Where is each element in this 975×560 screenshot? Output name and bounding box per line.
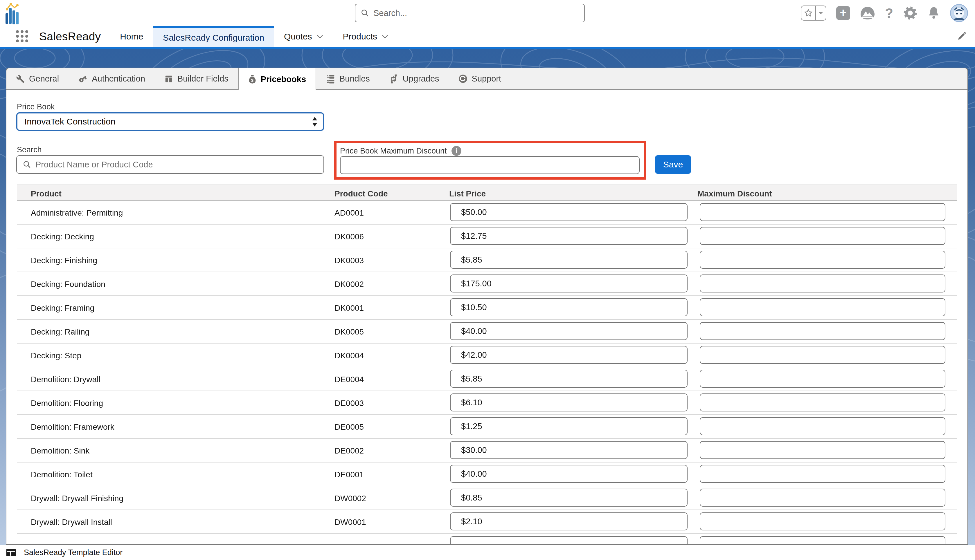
cell-code: DK0002 <box>334 280 364 289</box>
app-name: SalesReady <box>39 30 101 43</box>
svg-text:1: 1 <box>327 75 329 78</box>
tab-pricebooks[interactable]: $ Pricebooks <box>238 68 316 90</box>
column-header-product: Product <box>31 189 62 198</box>
table-row: Decking: Framing DK0001 <box>17 296 957 320</box>
table-row: Decking: Foundation DK0002 <box>17 272 957 296</box>
column-header-price: List Price <box>449 189 486 198</box>
cell-product: Decking: Finishing <box>31 256 97 265</box>
tab-bundles[interactable]: 12 Bundles <box>316 68 379 89</box>
table-row: Drywall: Drywall Finishing DW0002 <box>17 486 957 510</box>
setup-gear-icon[interactable] <box>903 6 918 20</box>
table-row: Decking: Step DK0004 <box>17 343 957 367</box>
nav-item-home[interactable]: Home <box>110 26 153 47</box>
favorites-caret-icon[interactable] <box>816 6 826 20</box>
trailhead-icon[interactable] <box>860 6 875 20</box>
list-price-input[interactable] <box>450 441 688 459</box>
cell-code: AD0001 <box>334 208 364 218</box>
global-header: + ? <box>0 0 975 26</box>
list-price-input[interactable] <box>450 488 688 507</box>
cell-code: DW0002 <box>334 494 366 503</box>
cell-code: DK0004 <box>334 351 364 360</box>
max-discount-row-input[interactable] <box>700 346 945 364</box>
cell-product: Decking: Step <box>31 351 81 360</box>
max-discount-row-input[interactable] <box>700 322 945 340</box>
max-discount-row-input[interactable] <box>700 227 945 245</box>
chevron-down-icon <box>317 35 323 38</box>
table-row: Decking: Railing DK0005 <box>17 320 957 343</box>
help-icon[interactable]: ? <box>885 5 893 21</box>
tab-upgrades[interactable]: Upgrades <box>379 68 449 89</box>
list-price-input[interactable] <box>450 227 688 245</box>
info-icon[interactable]: i <box>451 146 461 156</box>
nav-item-quotes[interactable]: Quotes <box>274 26 333 47</box>
max-discount-row-input[interactable] <box>700 275 945 292</box>
list-price-input[interactable] <box>450 251 688 269</box>
list-price-input[interactable] <box>450 370 688 388</box>
cell-code: DE0005 <box>334 422 364 432</box>
pricebook-select[interactable]: InnovaTek Construction <box>16 112 324 131</box>
max-discount-row-input[interactable] <box>700 298 945 316</box>
list-price-input[interactable] <box>450 393 688 412</box>
app-launcher-waffle-icon[interactable] <box>16 30 29 43</box>
list-price-input[interactable] <box>450 346 688 364</box>
global-search-input[interactable] <box>373 8 584 18</box>
quick-add-icon[interactable]: + <box>836 6 850 20</box>
moneybag-icon: $ <box>248 75 256 84</box>
max-discount-row-input[interactable] <box>700 370 945 388</box>
cell-product: Demolition: Framework <box>31 422 114 432</box>
pricebook-label: Price Book <box>17 102 55 112</box>
tab-builder-fields[interactable]: Builder Fields <box>155 68 238 89</box>
cell-product: Drywall: Drywall Finishing <box>31 494 124 503</box>
cell-code: DE0003 <box>334 399 364 408</box>
tab-general[interactable]: General <box>7 68 68 89</box>
price-table: Product Product Code List Price Maximum … <box>17 185 957 545</box>
nav-item-salesready-configuration[interactable]: SalesReady Configuration <box>153 26 274 47</box>
configuration-tabs: General Authentication Builder Fields $ … <box>7 68 967 90</box>
list-price-input[interactable] <box>450 322 688 340</box>
list-price-input[interactable] <box>450 275 688 292</box>
cell-product: Decking: Foundation <box>31 280 105 289</box>
tab-support[interactable]: Support <box>449 68 511 89</box>
cell-product: Demolition: Drywall <box>31 375 100 384</box>
cell-code: DE0001 <box>334 470 364 479</box>
tab-authentication[interactable]: Authentication <box>68 68 155 89</box>
list-price-input[interactable] <box>450 536 688 545</box>
cell-code: DE0002 <box>334 446 364 455</box>
svg-text:$: $ <box>251 78 254 83</box>
table-row: Demolition: Framework DE0005 <box>17 415 957 439</box>
max-discount-row-input[interactable] <box>700 417 945 435</box>
max-discount-row-input[interactable] <box>700 393 945 412</box>
edit-pencil-icon[interactable] <box>957 31 967 42</box>
list-price-input[interactable] <box>450 512 688 530</box>
cell-code: DK0006 <box>334 232 364 242</box>
list-price-input[interactable] <box>450 417 688 435</box>
notifications-bell-icon[interactable] <box>927 6 940 20</box>
max-discount-row-input[interactable] <box>700 512 945 530</box>
list-price-input[interactable] <box>450 465 688 483</box>
table-row <box>17 534 957 545</box>
max-discount-row-input[interactable] <box>700 465 945 483</box>
cell-code: DE0004 <box>334 375 364 384</box>
cell-code: DK0005 <box>334 327 364 337</box>
favorites-star-icon[interactable] <box>801 6 816 20</box>
nav-item-products[interactable]: Products <box>333 26 398 47</box>
max-discount-row-input[interactable] <box>700 441 945 459</box>
list-price-input[interactable] <box>450 203 688 221</box>
product-search-label: Search <box>17 145 42 154</box>
save-button[interactable]: Save <box>655 155 691 174</box>
max-discount-row-input[interactable] <box>700 488 945 507</box>
max-discount-label-row: Price Book Maximum Discount i <box>340 146 461 156</box>
chevron-down-icon <box>382 35 388 38</box>
cell-product: Demolition: Toilet <box>31 470 93 479</box>
table-row: Drywall: Drywall Install DW0001 <box>17 510 957 534</box>
max-discount-input[interactable] <box>340 156 639 174</box>
max-discount-row-input[interactable] <box>700 251 945 269</box>
cell-product: Decking: Decking <box>31 232 94 242</box>
max-discount-row-input[interactable] <box>700 536 945 545</box>
max-discount-row-input[interactable] <box>700 203 945 221</box>
template-editor-icon <box>6 548 16 557</box>
list-price-input[interactable] <box>450 298 688 316</box>
product-search-input[interactable] <box>35 160 324 170</box>
favorites-split-button[interactable] <box>801 5 826 21</box>
avatar[interactable] <box>950 4 968 22</box>
